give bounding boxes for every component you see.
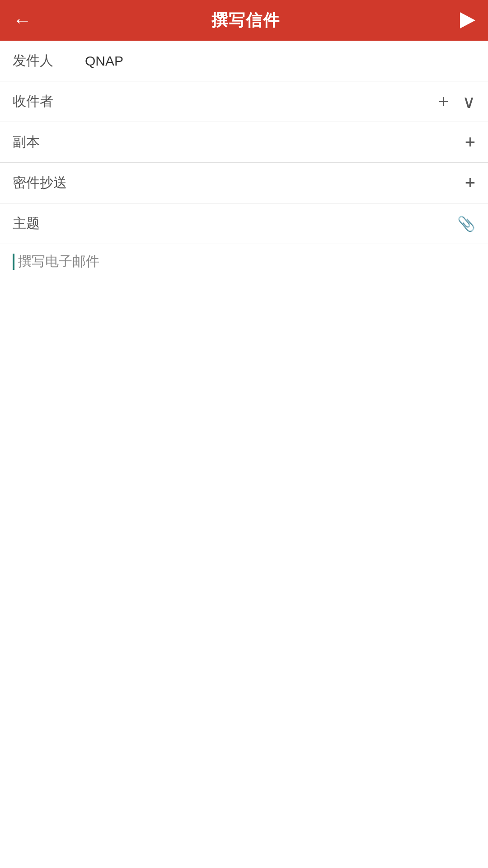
app-bar: ← 撰写信件	[0, 0, 488, 41]
bcc-label: 密件抄送	[13, 174, 67, 192]
subject-row: 主题 📎	[0, 203, 488, 244]
cc-label: 副本	[13, 133, 67, 151]
subject-input[interactable]	[71, 216, 457, 231]
cc-row: 副本 +	[0, 122, 488, 163]
compose-placeholder: 撰写电子邮件	[18, 254, 99, 269]
sender-value: QNAP	[85, 53, 475, 69]
send-button[interactable]	[460, 12, 475, 28]
compose-body[interactable]: 撰写电子邮件	[0, 244, 488, 832]
text-cursor	[13, 254, 14, 270]
to-input[interactable]	[71, 94, 438, 109]
add-cc-button[interactable]: +	[465, 132, 475, 152]
cc-input[interactable]	[71, 135, 465, 150]
sender-row: 发件人 QNAP	[0, 41, 488, 81]
attachment-button[interactable]: 📎	[457, 215, 475, 232]
add-bcc-button[interactable]: +	[465, 173, 475, 193]
to-label: 收件者	[13, 92, 67, 111]
page-title: 撰写信件	[211, 9, 280, 32]
bcc-row: 密件抄送 +	[0, 163, 488, 203]
sender-label: 发件人	[13, 52, 67, 70]
add-recipient-button[interactable]: +	[438, 91, 449, 112]
back-button[interactable]: ←	[13, 11, 32, 30]
subject-label: 主题	[13, 214, 67, 233]
send-icon	[460, 12, 475, 28]
expand-recipients-button[interactable]: ∨	[462, 91, 475, 112]
to-row: 收件者 + ∨	[0, 81, 488, 122]
bcc-input[interactable]	[71, 175, 465, 191]
